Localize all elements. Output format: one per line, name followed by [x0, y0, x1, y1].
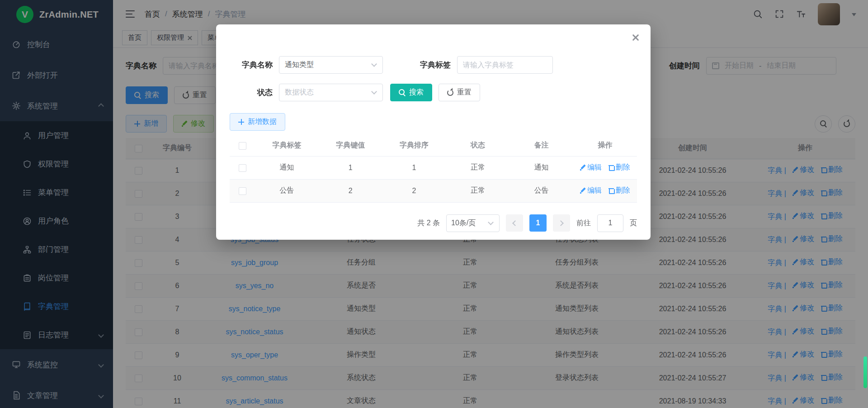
status-select[interactable]: 数据状态	[279, 84, 383, 101]
cell-actions: 编辑 删除	[573, 179, 637, 202]
page-unit-label: 页	[630, 218, 637, 228]
row-checkbox[interactable]	[239, 187, 246, 195]
pagination-total: 共 2 条	[417, 218, 440, 228]
scrollbar-thumb[interactable]	[863, 356, 867, 388]
dict-name-select[interactable]: 通知类型	[279, 56, 383, 74]
chevron-right-icon	[558, 220, 564, 226]
modal-search-label: 搜索	[409, 88, 424, 97]
trash-icon	[609, 165, 614, 171]
pagination: 共 2 条 10条/页 1 前往 页	[230, 214, 637, 232]
modal-form-row-1: 字典名称 通知类型 字典标签	[230, 56, 637, 74]
delete-link[interactable]: 删除	[609, 163, 630, 172]
chevron-down-icon	[371, 61, 377, 67]
select-all-checkbox[interactable]	[239, 142, 246, 150]
goto-label: 前往	[576, 218, 591, 228]
modal-form-buttons: 搜索 重置	[390, 84, 480, 101]
header-remark: 备注	[509, 135, 573, 156]
chevron-down-icon	[371, 89, 377, 95]
header-dict-value: 字典键值	[319, 135, 382, 156]
delete-link[interactable]: 删除	[609, 186, 630, 195]
cell-remark: 通知	[509, 156, 573, 179]
modal-form-row-2: 状态 数据状态 搜索 重置	[230, 84, 637, 101]
cell-dict-sort: 2	[382, 179, 446, 202]
page-size-value: 10条/页	[451, 218, 476, 228]
edit-icon	[580, 165, 585, 171]
add-data-button[interactable]: 新增数据	[230, 113, 285, 131]
modal-reset-label: 重置	[457, 88, 472, 97]
page-size-select[interactable]: 10条/页	[446, 214, 500, 232]
status-select-placeholder: 数据状态	[285, 88, 314, 97]
add-data-label: 新增数据	[248, 117, 277, 127]
search-icon	[399, 89, 406, 96]
close-icon[interactable]	[632, 34, 639, 41]
modal-reset-button[interactable]: 重置	[439, 84, 480, 101]
status-label: 状态	[230, 87, 273, 98]
modal-search-button[interactable]: 搜索	[390, 84, 432, 101]
chevron-down-icon	[488, 219, 494, 225]
header-dict-label: 字典标签	[255, 135, 319, 156]
trash-icon	[609, 188, 614, 194]
dict-label-input[interactable]	[457, 56, 553, 74]
chevron-left-icon	[512, 220, 518, 226]
cell-dict-value: 2	[319, 179, 382, 202]
prev-page-button[interactable]	[506, 214, 523, 232]
cell-remark: 公告	[509, 179, 573, 202]
cell-dict-value: 1	[319, 156, 382, 179]
cell-status: 正常	[446, 179, 509, 202]
plus-icon	[238, 119, 244, 125]
cell-dict-label: 公告	[255, 179, 319, 202]
modal-table-row: 公告 2 2 正常 公告 编辑 删除	[230, 179, 637, 202]
cell-dict-label: 通知	[255, 156, 319, 179]
select-all-header	[230, 135, 255, 156]
modal-table-header-row: 字典标签 字典键值 字典排序 状态 备注 操作	[230, 135, 637, 156]
dict-data-table: 字典标签 字典键值 字典排序 状态 备注 操作 通知 1 1 正常 通知 编辑 …	[230, 135, 637, 203]
row-checkbox[interactable]	[239, 164, 246, 172]
dict-name-label: 字典名称	[230, 60, 273, 70]
edit-link[interactable]: 编辑	[580, 163, 602, 172]
cell-status: 正常	[446, 156, 509, 179]
header-actions: 操作	[573, 135, 637, 156]
refresh-icon	[447, 90, 453, 96]
edit-link[interactable]: 编辑	[580, 186, 602, 195]
page-1-button[interactable]: 1	[529, 214, 547, 232]
header-dict-sort: 字典排序	[382, 135, 446, 156]
cell-dict-sort: 1	[382, 156, 446, 179]
edit-icon	[580, 188, 585, 194]
dict-data-dialog: 字典名称 通知类型 字典标签 状态 数据状态 搜索 重置 新增数据	[216, 24, 651, 240]
next-page-button[interactable]	[553, 214, 570, 232]
dict-label-label: 字典标签	[383, 60, 451, 70]
header-status: 状态	[446, 135, 509, 156]
modal-toolbar: 新增数据	[230, 113, 637, 131]
page-number: 1	[536, 219, 540, 227]
dict-name-select-value: 通知类型	[285, 60, 314, 70]
modal-table-row: 通知 1 1 正常 通知 编辑 删除	[230, 156, 637, 179]
goto-page-input[interactable]	[597, 214, 623, 232]
cell-actions: 编辑 删除	[573, 156, 637, 179]
